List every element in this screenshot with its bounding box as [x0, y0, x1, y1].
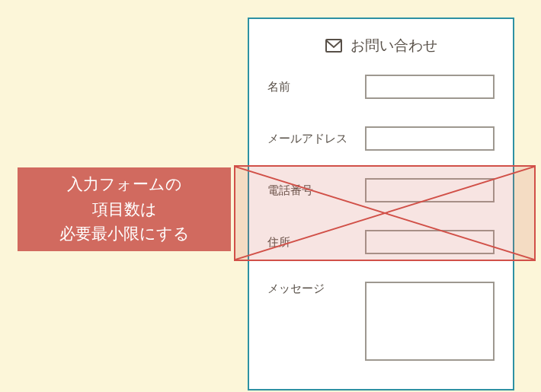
envelope-icon	[325, 37, 343, 55]
textarea-message[interactable]	[365, 282, 495, 361]
callout-text: 入力フォームの 項目数は 必要最小限にする	[59, 172, 190, 247]
label-message: メッセージ	[267, 282, 325, 296]
advice-callout: 入力フォームの 項目数は 必要最小限にする	[18, 167, 231, 251]
label-address: 住所	[267, 235, 290, 250]
callout-line-1: 入力フォームの	[67, 175, 182, 193]
field-row-name: 名前	[249, 75, 513, 99]
input-address[interactable]	[365, 230, 495, 254]
input-name[interactable]	[365, 75, 495, 99]
contact-form-panel: お問い合わせ 名前 メールアドレス 電話番号 住所 メッセージ	[248, 18, 514, 390]
field-row-message: メッセージ	[249, 282, 513, 361]
callout-line-2: 項目数は	[92, 200, 157, 218]
form-title-row: お問い合わせ	[249, 36, 513, 56]
label-phone: 電話番号	[267, 183, 313, 198]
field-row-phone: 電話番号	[249, 178, 513, 202]
input-email[interactable]	[365, 126, 495, 151]
form-title: お問い合わせ	[351, 36, 437, 56]
label-email: メールアドレス	[267, 132, 347, 146]
field-row-address: 住所	[249, 230, 513, 254]
label-name: 名前	[267, 80, 290, 94]
field-row-email: メールアドレス	[249, 126, 513, 151]
input-phone[interactable]	[365, 178, 495, 202]
callout-line-3: 必要最小限にする	[59, 225, 190, 242]
